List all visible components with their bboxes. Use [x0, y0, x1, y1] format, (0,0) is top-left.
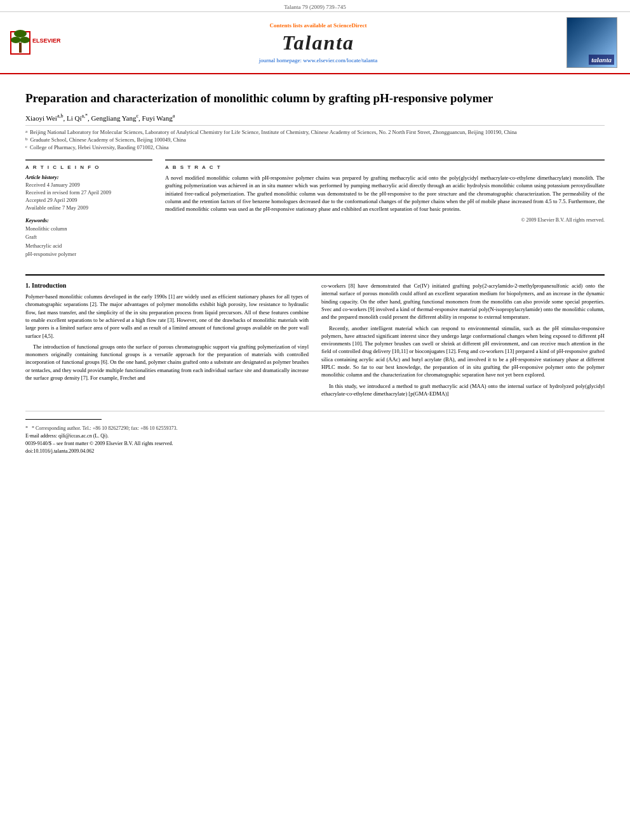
copyright: © 2009 Elsevier B.V. All rights reserved… — [165, 217, 605, 223]
svg-point-3 — [20, 37, 30, 43]
footnote-asterisk: * — [25, 425, 28, 431]
journal-header: ELSEVIER Contents lists available at Sci… — [0, 12, 630, 74]
info-abstract-row: A R T I C L E I N F O Article history: R… — [25, 159, 605, 264]
sciencedirect-info: Contents lists available at ScienceDirec… — [270, 22, 367, 29]
affiliation-1: a Beijing National Laboratory for Molecu… — [25, 129, 605, 137]
article-info-column: A R T I C L E I N F O Article history: R… — [25, 159, 152, 264]
article-info-box: A R T I C L E I N F O Article history: R… — [25, 159, 152, 259]
body-column-left: 1. Introduction Polymer-based monolithic… — [25, 282, 309, 401]
received-date: Received 4 January 2009 — [25, 182, 152, 189]
article-info-label: A R T I C L E I N F O — [25, 164, 152, 170]
svg-point-1 — [14, 30, 27, 37]
author-sup-d: a — [173, 113, 175, 119]
journal-top-bar: Talanta 79 (2009) 739–745 — [0, 0, 630, 12]
journal-cover: talanta — [566, 17, 617, 68]
elsevier-logo: ELSEVIER — [6, 30, 64, 55]
footer-doi: doi:10.1016/j.talanta.2009.04.062 — [25, 448, 605, 454]
svg-point-2 — [11, 37, 21, 43]
page-footer: * * Corresponding author. Tel.: +86 10 8… — [25, 411, 605, 454]
body-text-left: Polymer-based monolithic columns develop… — [25, 293, 309, 382]
affiliation-3: c College of Pharmacy, Hebei University,… — [25, 144, 605, 152]
affiliation-2: b Graduate School, Chinese Academy of Sc… — [25, 137, 605, 144]
author-sup-c: c — [136, 113, 138, 119]
body-para-2: The introduction of functional groups on… — [25, 343, 309, 382]
body-text-right: co-workers [8] have demonstrated that Ce… — [321, 282, 605, 397]
authors-line: Xiaoyi Weia,b, Li Qia,*, Gengliang Yangc… — [25, 113, 605, 122]
svg-text:ELSEVIER: ELSEVIER — [32, 37, 60, 44]
keywords-list: Monolithic column Graft Methacrylic acid… — [25, 225, 152, 259]
keyword-1: Monolithic column — [25, 225, 152, 234]
history-label: Article history: — [25, 174, 152, 180]
corresponding-author-info: * Corresponding author. Tel.: +86 10 826… — [32, 425, 177, 431]
cover-image-area: talanta — [560, 17, 624, 68]
section1-heading: 1. Introduction — [25, 282, 309, 289]
footer-email: E-mail address: qili@iccas.ac.cn (L. Qi)… — [25, 433, 605, 439]
author-sup-b: a,* — [82, 113, 88, 119]
body-para-1: Polymer-based monolithic columns develop… — [25, 293, 309, 340]
journal-homepage: journal homepage: www.elsevier.com/locat… — [259, 57, 377, 63]
keyword-4: pH-responsive polymer — [25, 250, 152, 259]
footer-divider — [25, 419, 102, 420]
keyword-3: Methacrylic acid — [25, 242, 152, 251]
article-content: Preparation and characterization of mono… — [0, 74, 630, 460]
journal-title-area: Contents lists available at ScienceDirec… — [76, 17, 560, 68]
body-column-right: co-workers [8] have demonstrated that Ce… — [321, 282, 605, 401]
accepted-date: Accepted 29 April 2009 — [25, 197, 152, 204]
homepage-url[interactable]: www.elsevier.com/locate/talanta — [303, 57, 377, 63]
article-history: Article history: Received 4 January 2009… — [25, 174, 152, 212]
publisher-logo-area: ELSEVIER — [6, 17, 76, 68]
keywords-label: Keywords: — [25, 217, 152, 223]
body-columns: 1. Introduction Polymer-based monolithic… — [25, 282, 605, 401]
abstract-text: A novel modified monolithic column with … — [165, 174, 605, 213]
body-para-5: In this study, we introduced a method to… — [321, 382, 605, 398]
journal-citation: Talanta 79 (2009) 739–745 — [284, 4, 346, 10]
sciencedirect-brand[interactable]: ScienceDirect — [333, 22, 366, 29]
cover-label: talanta — [589, 55, 614, 65]
revised-date: Received in revised form 27 April 2009 — [25, 189, 152, 197]
body-para-4: Recently, another intelligent material w… — [321, 324, 605, 379]
main-body: 1. Introduction Polymer-based monolithic… — [25, 274, 605, 401]
abstract-label: A B S T R A C T — [165, 164, 605, 170]
article-title: Preparation and characterization of mono… — [25, 91, 605, 107]
available-date: Available online 7 May 2009 — [25, 204, 152, 212]
author-sup-a: a,b — [57, 113, 64, 119]
keyword-2: Graft — [25, 233, 152, 242]
abstract-column: A B S T R A C T A novel modified monolit… — [165, 159, 605, 264]
abstract-box: A B S T R A C T A novel modified monolit… — [165, 159, 605, 223]
svg-rect-4 — [19, 43, 22, 53]
journal-name: Talanta — [282, 31, 354, 55]
keywords-section: Keywords: Monolithic column Graft Methac… — [25, 217, 152, 259]
footer-corresponding: * * Corresponding author. Tel.: +86 10 8… — [25, 425, 605, 431]
affiliations: a Beijing National Laboratory for Molecu… — [25, 125, 605, 152]
footer-issn: 0039-9140/$ – see front matter © 2009 El… — [25, 441, 605, 446]
body-para-3: co-workers [8] have demonstrated that Ce… — [321, 282, 605, 321]
